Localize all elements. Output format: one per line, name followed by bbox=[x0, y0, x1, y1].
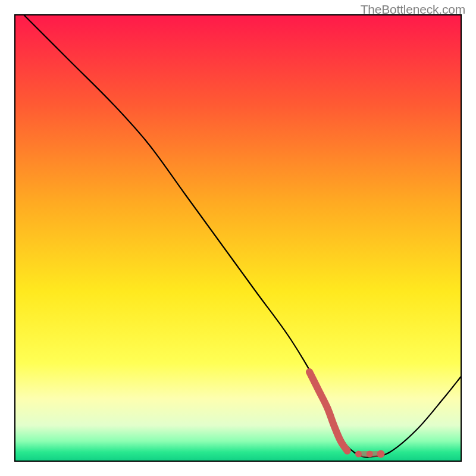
plot-background bbox=[15, 15, 461, 461]
marker-trail-dots bbox=[355, 450, 385, 458]
svg-point-4 bbox=[377, 450, 385, 458]
chart-svg bbox=[0, 0, 476, 476]
bottleneck-chart: TheBottleneck.com bbox=[0, 0, 476, 476]
watermark-text: TheBottleneck.com bbox=[361, 2, 465, 17]
